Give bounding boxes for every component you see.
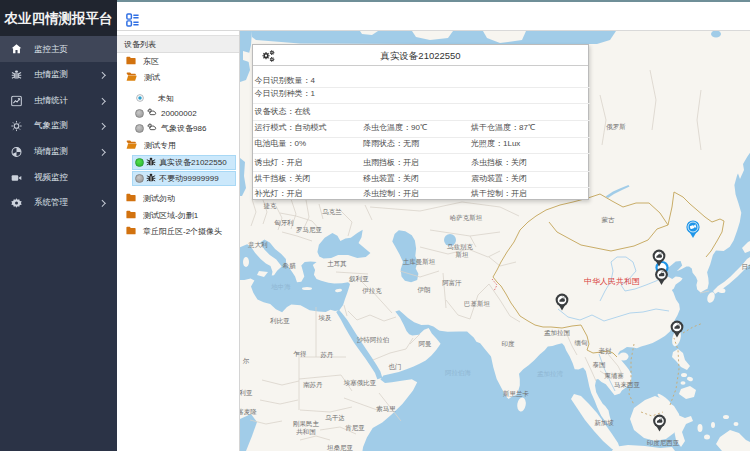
svg-text:利亚: 利亚 — [240, 389, 253, 396]
svg-text:巴基斯坦: 巴基斯坦 — [464, 300, 491, 307]
svg-text:南苏丹: 南苏丹 — [303, 381, 323, 389]
svg-text:意大利: 意大利 — [247, 241, 268, 248]
svg-text:叙利亚: 叙利亚 — [348, 275, 369, 283]
svg-text:乌干达: 乌干达 — [325, 414, 345, 422]
svg-text:尔: 尔 — [243, 357, 250, 364]
svg-text:罗马尼亚: 罗马尼亚 — [296, 226, 323, 234]
svg-text:中华人民共和国: 中华人民共和国 — [584, 277, 640, 286]
svg-text:孟加拉国: 孟加拉国 — [544, 329, 570, 336]
svg-text:老挝: 老挝 — [599, 347, 613, 355]
svg-text:新加坡: 新加坡 — [594, 419, 614, 426]
svg-text:坦桑尼亚: 坦桑尼亚 — [326, 444, 354, 451]
svg-text:阿拉伯海: 阿拉伯海 — [445, 369, 472, 377]
svg-text:肯尼亚: 肯尼亚 — [345, 424, 365, 431]
svg-text:斯坦: 斯坦 — [456, 251, 470, 258]
svg-text:沙特阿拉伯: 沙特阿拉伯 — [357, 336, 390, 344]
svg-text:印度: 印度 — [502, 340, 516, 348]
svg-text:共和国: 共和国 — [296, 428, 316, 436]
svg-text:泰国: 泰国 — [593, 361, 606, 369]
svg-text:索马里: 索马里 — [376, 405, 396, 412]
svg-text:柬埔寨: 柬埔寨 — [604, 372, 624, 379]
svg-text:地中海: 地中海 — [271, 283, 291, 291]
svg-text:斯里兰卡: 斯里兰卡 — [503, 390, 530, 397]
svg-text:阿富汗: 阿富汗 — [442, 279, 462, 287]
svg-text:印度尼西亚: 印度尼西亚 — [647, 439, 680, 447]
svg-text:土库曼斯坦: 土库曼斯坦 — [403, 258, 436, 266]
svg-text:土耳其: 土耳其 — [327, 260, 347, 268]
svg-text:利比亚: 利比亚 — [269, 317, 290, 324]
svg-text:俄罗斯: 俄罗斯 — [606, 123, 626, 131]
svg-text:匈牙利: 匈牙利 — [274, 219, 294, 226]
svg-text:捷克: 捷克 — [264, 202, 278, 210]
svg-text:喀麦隆: 喀麦隆 — [240, 408, 257, 416]
svg-text:哈萨克斯坦: 哈萨克斯坦 — [450, 214, 483, 222]
svg-text:孟加拉湾: 孟加拉湾 — [537, 370, 564, 378]
svg-text:蒙古: 蒙古 — [602, 216, 616, 224]
svg-text:马来西亚: 马来西亚 — [614, 381, 641, 388]
svg-text:乍得: 乍得 — [293, 350, 308, 358]
svg-text:埃及: 埃及 — [318, 314, 333, 321]
svg-text:乌克兰: 乌克兰 — [322, 208, 342, 216]
svg-text:苏丹: 苏丹 — [320, 351, 335, 359]
svg-text:日本: 日本 — [742, 263, 750, 270]
svg-text:乌兹别克: 乌兹别克 — [447, 243, 474, 251]
svg-text:阿曼: 阿曼 — [419, 340, 433, 348]
svg-text:希腊: 希腊 — [283, 262, 297, 269]
svg-text:刚果民主: 刚果民主 — [293, 420, 320, 428]
svg-text:缅甸: 缅甸 — [575, 339, 588, 346]
svg-text:伊朗: 伊朗 — [418, 286, 431, 294]
svg-text:伊拉克: 伊拉克 — [362, 287, 382, 295]
svg-text:埃塞俄比亚: 埃塞俄比亚 — [343, 379, 377, 387]
svg-text:也门: 也门 — [389, 363, 402, 370]
